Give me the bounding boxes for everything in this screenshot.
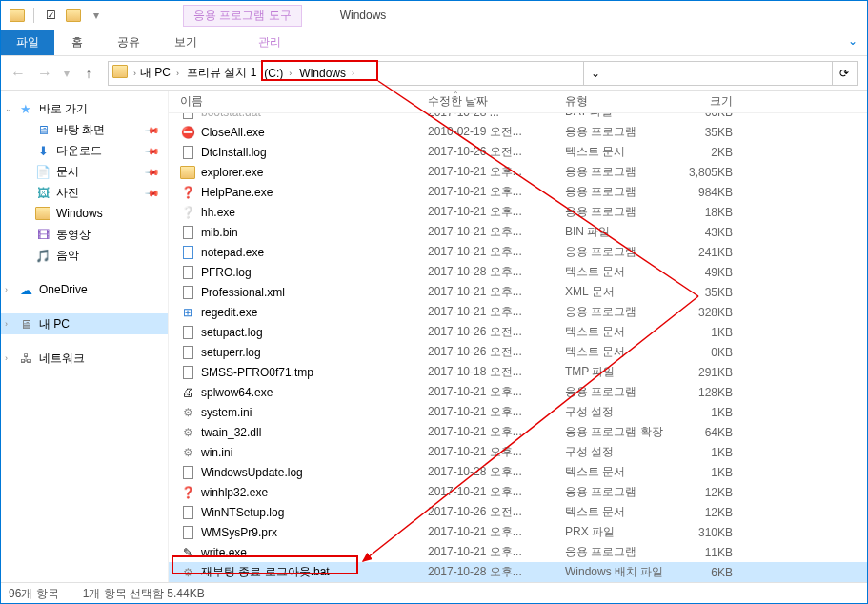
file-row[interactable]: ⚙twain_32.dll2017-10-21 오후...응용 프로그램 확장6…	[169, 422, 867, 442]
nav-videos[interactable]: 🎞동영상	[1, 224, 168, 245]
file-icon	[180, 245, 195, 260]
file-name: hh.exe	[201, 206, 235, 219]
nav-desktop[interactable]: 🖥바탕 화면📌	[1, 119, 168, 140]
file-size: 984KB	[672, 186, 748, 199]
file-row[interactable]: setupact.log2017-10-26 오전...텍스트 문서1KB	[169, 322, 867, 342]
file-row[interactable]: SMSS-PFRO0f71.tmp2017-10-18 오전...TMP 파일2…	[169, 362, 867, 382]
file-size: 43KB	[672, 226, 748, 239]
address-dropdown-icon[interactable]: ⌄	[583, 62, 608, 85]
ribbon-tab-file[interactable]: 파일	[1, 30, 54, 55]
file-row[interactable]: bootstat.dat2017-10-28 ...DAT 파일66KB	[169, 113, 867, 122]
file-name: mib.bin	[201, 226, 238, 239]
file-size: 1KB	[672, 446, 748, 459]
file-date: 2017-10-28 ...	[420, 113, 557, 119]
file-size: 49KB	[672, 266, 748, 279]
file-date: 2017-10-21 오후...	[420, 524, 557, 540]
status-bar: 96개 항목 1개 항목 선택함 5.44KB	[1, 582, 867, 604]
file-date: 2017-10-26 오전...	[420, 344, 557, 360]
file-size: 66KB	[672, 113, 748, 119]
nav-music[interactable]: 🎵음악	[1, 245, 168, 266]
file-row[interactable]: 🖨splwow64.exe2017-10-21 오후...응용 프로그램128K…	[169, 382, 867, 402]
file-icon: ❔	[180, 205, 195, 220]
column-header-type[interactable]: 유형	[557, 93, 672, 110]
file-row[interactable]: WinNTSetup.log2017-10-26 오전...텍스트 문서12KB	[169, 502, 867, 522]
ribbon-tab-share[interactable]: 공유	[100, 30, 157, 55]
file-date: 2017-10-21 오후...	[420, 304, 557, 320]
file-row[interactable]: ✎write.exe2017-10-21 오후...응용 프로그램11KB	[169, 542, 867, 562]
file-date: 2017-10-28 오후...	[420, 264, 557, 280]
file-type: XML 문서	[557, 284, 672, 300]
column-header-date[interactable]: 수정한 날짜	[420, 93, 557, 110]
file-name: setuperr.log	[201, 346, 261, 359]
file-row[interactable]: WindowsUpdate.log2017-10-28 오후...텍스트 문서1…	[169, 462, 867, 482]
file-name: CloseAll.exe	[201, 126, 265, 139]
file-name: WindowsUpdate.log	[201, 466, 303, 479]
file-date: 2017-10-26 오전...	[420, 324, 557, 340]
file-row[interactable]: WMSysPr9.prx2017-10-21 오후...PRX 파일310KB	[169, 522, 867, 542]
file-size: 1KB	[672, 466, 748, 479]
file-row[interactable]: notepad.exe2017-10-21 오후...응용 프로그램241KB	[169, 242, 867, 262]
nav-quick-access[interactable]: ⌄★바로 가기	[1, 98, 168, 119]
file-row[interactable]: mib.bin2017-10-21 오후...BIN 파일43KB	[169, 222, 867, 242]
nav-network[interactable]: ›🖧네트워크	[1, 348, 168, 369]
nav-up-button[interactable]: ↑	[77, 62, 100, 85]
file-type: 응용 프로그램	[557, 384, 672, 400]
breadcrumb-item[interactable]: Windows›	[295, 62, 358, 85]
file-date: 2017-10-21 오후...	[420, 544, 557, 560]
column-header-size[interactable]: 크기	[672, 93, 748, 110]
breadcrumb-item[interactable]: 내 PC›	[136, 62, 183, 85]
nav-onedrive[interactable]: ›☁OneDrive	[1, 279, 168, 300]
ribbon-tab-home[interactable]: 홈	[54, 30, 100, 55]
file-row[interactable]: PFRO.log2017-10-28 오후...텍스트 문서49KB	[169, 262, 867, 282]
file-row[interactable]: ❓winhlp32.exe2017-10-21 오후...응용 프로그램12KB	[169, 482, 867, 502]
nav-pictures[interactable]: 🖼사진📌	[1, 182, 168, 203]
file-type: 텍스트 문서	[557, 144, 672, 160]
file-row[interactable]: ⚙재부팅 종료 로그아웃.bat2017-10-28 오후...Windows …	[169, 562, 867, 582]
file-size: 241KB	[672, 246, 748, 259]
file-date: 2017-10-28 오후...	[420, 564, 557, 580]
file-row[interactable]: explorer.exe2017-10-21 오후...응용 프로그램3,805…	[169, 162, 867, 182]
file-date: 2017-10-21 오후...	[420, 444, 557, 460]
nav-downloads[interactable]: ⬇다운로드📌	[1, 140, 168, 161]
breadcrumb-item[interactable]: (C:)›	[260, 62, 295, 85]
file-row[interactable]: DtcInstall.log2017-10-26 오전...텍스트 문서2KB	[169, 142, 867, 162]
file-row[interactable]: ⊞regedit.exe2017-10-21 오후...응용 프로그램328KB	[169, 302, 867, 322]
nav-forward-button[interactable]: →	[33, 62, 56, 85]
file-size: 35KB	[672, 286, 748, 299]
qat-dropdown-icon[interactable]: ▾	[86, 5, 107, 26]
nav-back-button[interactable]: ←	[7, 62, 30, 85]
file-row[interactable]: ⚙system.ini2017-10-21 오후...구성 설정1KB	[169, 402, 867, 422]
file-type: 구성 설정	[557, 444, 672, 460]
nav-this-pc[interactable]: ›🖥내 PC	[1, 313, 168, 334]
contextual-tab-tools[interactable]: 응용 프로그램 도구	[183, 5, 302, 27]
refresh-icon[interactable]: ⟳	[832, 62, 857, 85]
file-type: 응용 프로그램	[557, 184, 672, 200]
ribbon-tab-manage[interactable]: 관리	[241, 30, 298, 55]
file-icon	[180, 113, 195, 120]
properties-icon[interactable]: ☑	[40, 5, 61, 26]
file-icon	[180, 345, 195, 360]
file-row[interactable]: ⚙win.ini2017-10-21 오후...구성 설정1KB	[169, 442, 867, 462]
nav-windows-folder[interactable]: Windows	[1, 203, 168, 224]
file-size: 1KB	[672, 406, 748, 419]
ribbon-expand-icon[interactable]: ⌄	[838, 30, 867, 55]
file-row[interactable]: ⛔CloseAll.exe2010-02-19 오전...응용 프로그램35KB	[169, 122, 867, 142]
breadcrumb-item[interactable]: 프리뷰 설치 1	[183, 62, 260, 85]
address-bar[interactable]: › 내 PC› 프리뷰 설치 1 (C:)› Windows› ⌄ ⟳	[108, 61, 858, 86]
file-row[interactable]: ❓HelpPane.exe2017-10-21 오후...응용 프로그램984K…	[169, 182, 867, 202]
file-size: 18KB	[672, 206, 748, 219]
file-date: 2017-10-28 오후...	[420, 464, 557, 480]
file-row[interactable]: Professional.xml2017-10-21 오후...XML 문서35…	[169, 282, 867, 302]
new-folder-icon[interactable]	[63, 5, 84, 26]
file-name: HelpPane.exe	[201, 186, 273, 199]
file-row[interactable]: ❔hh.exe2017-10-21 오후...응용 프로그램18KB	[169, 202, 867, 222]
file-name: explorer.exe	[201, 166, 263, 179]
file-type: 응용 프로그램	[557, 204, 672, 220]
nav-documents[interactable]: 📄문서📌	[1, 161, 168, 182]
file-type: BIN 파일	[557, 224, 672, 240]
file-row[interactable]: setuperr.log2017-10-26 오전...텍스트 문서0KB	[169, 342, 867, 362]
ribbon-tab-view[interactable]: 보기	[157, 30, 214, 55]
file-rows[interactable]: bootstat.dat2017-10-28 ...DAT 파일66KB⛔Clo…	[169, 113, 867, 582]
column-header-name[interactable]: 이름	[169, 93, 420, 110]
nav-recent-dropdown[interactable]: ▾	[60, 62, 73, 85]
